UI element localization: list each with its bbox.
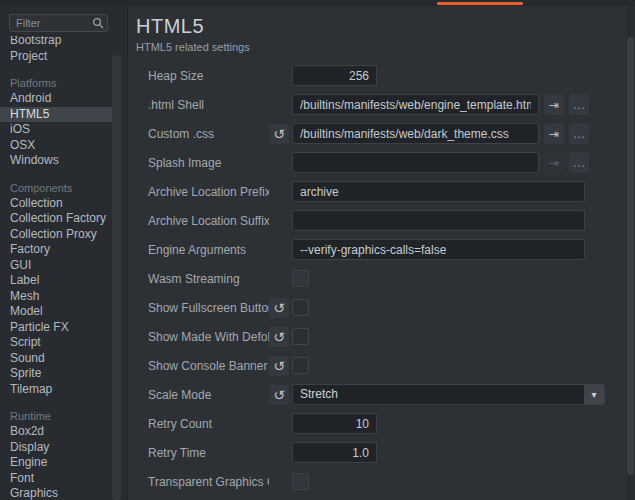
sidebar-item-bootstrap[interactable]: Bootstrap bbox=[0, 36, 112, 49]
field-label-html-shell: .html Shell bbox=[136, 98, 269, 112]
ellipsis-icon: … bbox=[573, 98, 585, 112]
reset-icon: ↺ bbox=[273, 329, 285, 345]
sidebar-item-ios[interactable]: iOS bbox=[0, 122, 112, 138]
settings-form: Heap Size.html Shell⇥…Custom .css↺⇥…Spla… bbox=[136, 65, 635, 492]
sidebar-item-box2d[interactable]: Box2d bbox=[0, 424, 112, 440]
heap-size-input[interactable] bbox=[292, 65, 377, 86]
sidebar-item-factory[interactable]: Factory bbox=[0, 242, 112, 258]
show-fullscreen-button-checkbox[interactable] bbox=[292, 299, 309, 316]
reset-to-default-button-show-fullscreen-button[interactable]: ↺ bbox=[269, 298, 289, 318]
go-to-resource-icon: ⇥ bbox=[549, 98, 559, 112]
sidebar-item-windows[interactable]: Windows bbox=[0, 153, 112, 169]
form-row-heap-size: Heap Size bbox=[136, 65, 635, 86]
show-made-with-defold-checkbox[interactable] bbox=[292, 328, 309, 345]
sidebar-item-android[interactable]: Android bbox=[0, 91, 112, 107]
go-to-resource-button-html-shell[interactable]: ⇥ bbox=[544, 94, 564, 115]
sidebar-item-sound[interactable]: Sound bbox=[0, 351, 112, 367]
html-shell-input[interactable] bbox=[292, 94, 539, 115]
browse-resource-button-custom-css[interactable]: … bbox=[569, 123, 589, 144]
sidebar-group-platforms: PlatformsAndroidHTML5iOSOSXWindows bbox=[0, 76, 112, 169]
reset-slot-show-made-with-defold: ↺ bbox=[269, 327, 292, 347]
sidebar-item-display[interactable]: Display bbox=[0, 440, 112, 456]
sidebar-item-html5[interactable]: HTML5 bbox=[0, 107, 112, 123]
transparent-graphics-co-checkbox[interactable] bbox=[292, 473, 309, 490]
form-row-archive-location-suffix: Archive Location Suffix bbox=[136, 210, 635, 231]
sidebar-item-project[interactable]: Project bbox=[0, 49, 112, 65]
browse-resource-button-html-shell[interactable]: … bbox=[569, 94, 589, 115]
settings-category-list: BootstrapProjectPlatformsAndroidHTML5iOS… bbox=[0, 36, 112, 500]
form-row-wasm-streaming: Wasm Streaming bbox=[136, 268, 635, 289]
splash-image-input[interactable] bbox=[292, 152, 539, 173]
field-label-transparent-graphics-co: Transparent Graphics Co... bbox=[136, 475, 269, 489]
form-row-show-console-banner: Show Console Banner↺ bbox=[136, 355, 635, 376]
reset-slot-scale-mode: ↺ bbox=[269, 385, 292, 405]
retry-count-input[interactable] bbox=[292, 413, 377, 434]
sidebar-item-collection-factory[interactable]: Collection Factory bbox=[0, 211, 112, 227]
search-icon bbox=[92, 17, 104, 29]
sidebar-item-script[interactable]: Script bbox=[0, 335, 112, 351]
field-label-show-fullscreen-button: Show Fullscreen Button bbox=[136, 301, 269, 315]
main-scrollbar-thumb[interactable] bbox=[627, 37, 634, 475]
form-row-show-fullscreen-button: Show Fullscreen Button↺ bbox=[136, 297, 635, 318]
sidebar-scrollbar-thumb[interactable] bbox=[112, 55, 121, 500]
field-label-show-made-with-defold: Show Made With Defold bbox=[136, 330, 269, 344]
form-row-custom-css: Custom .css↺⇥… bbox=[136, 123, 635, 144]
field-label-show-console-banner: Show Console Banner bbox=[136, 359, 269, 373]
reset-icon: ↺ bbox=[273, 300, 285, 316]
archive-location-prefix-input[interactable] bbox=[292, 181, 585, 202]
browse-resource-button-splash-image[interactable]: … bbox=[569, 152, 589, 173]
sidebar-item-particle-fx[interactable]: Particle FX bbox=[0, 320, 112, 336]
settings-sidebar: BootstrapProjectPlatformsAndroidHTML5iOS… bbox=[0, 6, 128, 500]
wasm-streaming-checkbox[interactable] bbox=[292, 270, 309, 287]
ellipsis-icon: … bbox=[573, 127, 585, 141]
sidebar-section-header: Runtime bbox=[0, 409, 112, 424]
form-row-splash-image: Splash Image⇥… bbox=[136, 152, 635, 173]
reset-slot-custom-css: ↺ bbox=[269, 124, 292, 144]
page-subtitle: HTML5 related settings bbox=[136, 40, 635, 54]
form-row-retry-time: Retry Time bbox=[136, 442, 635, 463]
sidebar-item-model[interactable]: Model bbox=[0, 304, 112, 320]
field-label-archive-location-suffix: Archive Location Suffix bbox=[136, 214, 269, 228]
form-row-show-made-with-defold: Show Made With Defold↺ bbox=[136, 326, 635, 347]
sidebar-group: BootstrapProject bbox=[0, 36, 112, 64]
sidebar-item-font[interactable]: Font bbox=[0, 471, 112, 487]
go-to-resource-icon: ⇥ bbox=[549, 127, 559, 141]
chevron-down-icon[interactable]: ▾ bbox=[584, 385, 604, 404]
sidebar-item-engine[interactable]: Engine bbox=[0, 455, 112, 471]
sidebar-item-mesh[interactable]: Mesh bbox=[0, 289, 112, 305]
sidebar-item-gui[interactable]: GUI bbox=[0, 258, 112, 274]
show-console-banner-checkbox[interactable] bbox=[292, 357, 309, 374]
reset-to-default-button-show-made-with-defold[interactable]: ↺ bbox=[269, 327, 289, 347]
field-label-retry-count: Retry Count bbox=[136, 417, 269, 431]
field-label-custom-css: Custom .css bbox=[136, 127, 269, 141]
sidebar-item-tilemap[interactable]: Tilemap bbox=[0, 382, 112, 398]
filter-box bbox=[9, 14, 108, 32]
form-row-archive-location-prefix: Archive Location Prefix bbox=[136, 181, 635, 202]
reset-to-default-button-custom-css[interactable]: ↺ bbox=[269, 124, 289, 144]
main-scrollbar[interactable] bbox=[626, 6, 635, 500]
retry-time-input[interactable] bbox=[292, 442, 377, 463]
archive-location-suffix-input[interactable] bbox=[292, 210, 585, 231]
reset-to-default-button-scale-mode[interactable]: ↺ bbox=[269, 385, 289, 405]
field-label-retry-time: Retry Time bbox=[136, 446, 269, 460]
reset-icon: ↺ bbox=[273, 358, 285, 374]
reset-icon: ↺ bbox=[273, 126, 285, 142]
field-label-scale-mode: Scale Mode bbox=[136, 388, 269, 402]
sidebar-item-osx[interactable]: OSX bbox=[0, 138, 112, 154]
go-to-resource-icon: ⇥ bbox=[549, 156, 559, 170]
reset-to-default-button-show-console-banner[interactable]: ↺ bbox=[269, 356, 289, 376]
field-label-archive-location-prefix: Archive Location Prefix bbox=[136, 185, 269, 199]
scale-mode-dropdown[interactable]: Stretch▾ bbox=[292, 384, 605, 405]
sidebar-item-graphics[interactable]: Graphics bbox=[0, 486, 112, 500]
field-label-engine-arguments: Engine Arguments bbox=[136, 243, 269, 257]
dropdown-selected-value: Stretch bbox=[293, 385, 584, 404]
sidebar-item-sprite[interactable]: Sprite bbox=[0, 366, 112, 382]
sidebar-item-collection[interactable]: Collection bbox=[0, 196, 112, 212]
custom-css-input[interactable] bbox=[292, 123, 539, 144]
go-to-resource-button-custom-css[interactable]: ⇥ bbox=[544, 123, 564, 144]
engine-arguments-input[interactable] bbox=[292, 239, 585, 260]
game-project-settings-window: BootstrapProjectPlatformsAndroidHTML5iOS… bbox=[0, 0, 635, 500]
reset-icon: ↺ bbox=[273, 387, 285, 403]
sidebar-item-collection-proxy[interactable]: Collection Proxy bbox=[0, 227, 112, 243]
sidebar-item-label[interactable]: Label bbox=[0, 273, 112, 289]
